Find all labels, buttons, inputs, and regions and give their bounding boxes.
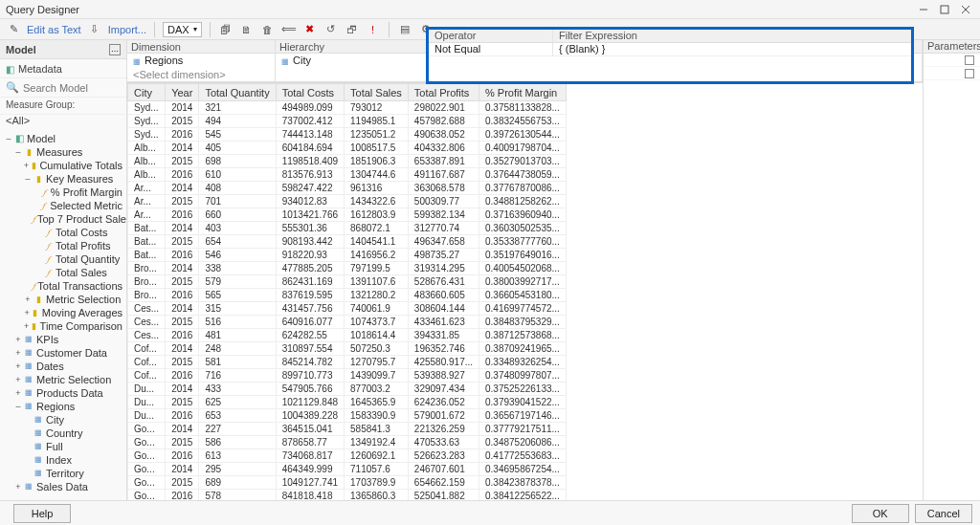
metadata-tab[interactable]: Metadata: [0, 59, 126, 78]
grid-header[interactable]: Total Costs: [276, 84, 344, 101]
tree-node[interactable]: –Key Measures: [0, 172, 126, 186]
import-link[interactable]: Import...: [108, 24, 146, 35]
table-row[interactable]: Go...20156891049127.7411703789.9654662.1…: [128, 476, 567, 490]
measure-group-select[interactable]: <All>: [0, 115, 126, 130]
dim-placeholder[interactable]: <Select dimension>: [127, 68, 275, 82]
grid-header[interactable]: Total Quantity: [199, 84, 276, 101]
tree-node[interactable]: +Time Comparison: [0, 319, 126, 333]
table-row[interactable]: Cof...2016716899710.7731439099.7539388.9…: [128, 369, 567, 383]
parameter-checkbox-1[interactable]: [965, 55, 974, 65]
tree-node[interactable]: Country: [0, 427, 126, 440]
table-row[interactable]: Go...2014227364515.041585841.3221326.259…: [128, 423, 567, 436]
aggregate-icon[interactable]: ▤: [397, 22, 412, 37]
tree-node[interactable]: +Cumulative Totals: [0, 159, 126, 172]
tree-twisty[interactable]: +: [13, 480, 23, 493]
tool-icon-1[interactable]: 🗐: [218, 22, 234, 37]
tool-icon-5[interactable]: ↺: [323, 22, 339, 37]
close-button[interactable]: [957, 1, 974, 18]
dim-val-dimension[interactable]: Regions: [127, 54, 275, 68]
tree-node[interactable]: City: [0, 413, 126, 427]
grid-header[interactable]: City: [128, 84, 166, 101]
tree-node[interactable]: +Sales Data: [0, 480, 126, 493]
table-row[interactable]: Cof...2014248310897.554507250.3196352.74…: [128, 342, 567, 356]
tree-node[interactable]: +Products Data: [0, 386, 126, 400]
edit-as-text-link[interactable]: Edit as Text: [27, 24, 81, 35]
table-row[interactable]: Du...2014433547905.766877003.2329097.434…: [128, 383, 567, 396]
grid-header[interactable]: Year: [166, 84, 199, 101]
maximize-button[interactable]: [936, 1, 953, 18]
tree-node[interactable]: –Measures: [0, 145, 126, 159]
tree-node[interactable]: Total Transactions: [0, 279, 126, 293]
table-row[interactable]: Go...2016578841818.4181365860.3525041.88…: [128, 490, 567, 501]
cancel-button[interactable]: Cancel: [915, 504, 972, 523]
ok-button[interactable]: OK: [852, 504, 909, 523]
tool-icon-2[interactable]: 🗎: [239, 22, 255, 37]
tree-node[interactable]: Selected Metric: [0, 199, 126, 212]
tree-twisty[interactable]: +: [13, 360, 23, 373]
minimize-button[interactable]: [915, 1, 932, 18]
tree-twisty[interactable]: +: [13, 373, 23, 386]
table-row[interactable]: Ar...2015701934012.831434322.6500309.770…: [128, 195, 567, 208]
table-row[interactable]: Go...2016613734068.8171260692.1526623.28…: [128, 449, 567, 463]
tree-node[interactable]: Total Sales: [0, 266, 126, 279]
tree-node[interactable]: Index: [0, 453, 126, 467]
table-row[interactable]: Alb...20156981198518.4091851906.3653387.…: [128, 155, 567, 168]
tree-twisty[interactable]: +: [23, 306, 31, 319]
tree-twisty[interactable]: +: [23, 319, 30, 333]
tree-twisty[interactable]: +: [13, 346, 23, 360]
table-row[interactable]: Ces...2016481624282.551018614.4394331.85…: [128, 329, 567, 342]
table-row[interactable]: Bro...2015579862431.1691391107.6528676.4…: [128, 275, 567, 289]
search-model-input[interactable]: [23, 82, 121, 94]
filter-operator-cell[interactable]: Not Equal: [429, 43, 553, 56]
table-row[interactable]: Alb...2014405604184.6941008517.5404332.8…: [128, 142, 567, 155]
tree-node[interactable]: Full: [0, 440, 126, 453]
model-tree[interactable]: –Model–Measures+Cumulative Totals–Key Me…: [0, 130, 126, 500]
parameter-checkbox-2[interactable]: [965, 69, 974, 78]
tree-twisty[interactable]: +: [13, 333, 23, 346]
table-row[interactable]: Bat...2016546918220.931416956.2498735.27…: [128, 249, 567, 262]
tree-twisty[interactable]: +: [13, 386, 23, 400]
tree-twisty[interactable]: –: [13, 400, 23, 413]
table-row[interactable]: Du...20156251021129.8481645365.9624236.0…: [128, 396, 567, 409]
table-row[interactable]: Ces...2015516640916.0771074373.7433461.6…: [128, 316, 567, 329]
grid-header[interactable]: % Profit Margin: [479, 84, 567, 101]
table-row[interactable]: Go...2014295464349.999711057.6246707.601…: [128, 463, 567, 476]
tree-node[interactable]: +Moving Averages: [0, 306, 126, 319]
tree-node[interactable]: % Profit Margin: [0, 186, 126, 199]
tree-node[interactable]: +KPIs: [0, 333, 126, 346]
execute-icon[interactable]: !: [366, 22, 381, 37]
table-row[interactable]: Bro...2016565837619.5951321280.2483660.6…: [128, 289, 567, 302]
table-row[interactable]: Syd...2014321494989.099793012298022.9010…: [128, 101, 567, 115]
table-row[interactable]: Alb...2016610813576.9131304744.6491167.6…: [128, 168, 567, 182]
tree-node[interactable]: +Customer Data: [0, 346, 126, 360]
tree-node[interactable]: Top 7 Product Sales: [0, 212, 126, 226]
help-button[interactable]: Help: [13, 504, 71, 523]
table-row[interactable]: Ar...2014408598247.422961316363068.5780.…: [128, 182, 567, 195]
tree-node[interactable]: Total Quantity: [0, 252, 126, 266]
table-row[interactable]: Cof...2015581845214.7821270795.7425580.9…: [128, 356, 567, 369]
filter-expression-cell[interactable]: { (Blank) }: [553, 43, 911, 56]
tree-twisty[interactable]: –: [4, 132, 13, 145]
tree-twisty[interactable]: –: [13, 145, 23, 159]
tool-icon-6[interactable]: 🗗: [345, 22, 360, 37]
expand-button[interactable]: …: [109, 44, 121, 55]
table-row[interactable]: Bro...2014338477885.205797199.5319314.29…: [128, 262, 567, 275]
tree-node[interactable]: Total Profits: [0, 239, 126, 252]
table-row[interactable]: Bat...2014403555301.36868072.1312770.740…: [128, 222, 567, 235]
tree-node[interactable]: +Metric Selection: [0, 373, 126, 386]
tree-node[interactable]: Total Costs: [0, 226, 126, 239]
tool-icon-3[interactable]: 🗑: [260, 22, 276, 37]
table-row[interactable]: Du...20166531004389.2281583390.9579001.6…: [128, 409, 567, 423]
tree-node[interactable]: Territory: [0, 467, 126, 480]
tree-node[interactable]: +Metric Selection: [0, 293, 126, 306]
table-row[interactable]: Ces...2014315431457.756740061.9308604.14…: [128, 302, 567, 316]
table-row[interactable]: Syd...2016545744413.1481235051.2490638.0…: [128, 128, 567, 142]
tree-node[interactable]: –Model: [0, 132, 126, 145]
table-row[interactable]: Syd...2015494737002.4121194985.1457982.6…: [128, 115, 567, 128]
tree-twisty[interactable]: +: [23, 293, 33, 306]
table-row[interactable]: Bat...2015654908193.4421404541.1496347.6…: [128, 235, 567, 249]
results-grid-wrap[interactable]: CityYearTotal QuantityTotal CostsTotal S…: [127, 82, 923, 500]
tree-node[interactable]: +Dates: [0, 360, 126, 373]
grid-header[interactable]: Total Profits: [408, 84, 479, 101]
grid-header[interactable]: Total Sales: [345, 84, 409, 101]
